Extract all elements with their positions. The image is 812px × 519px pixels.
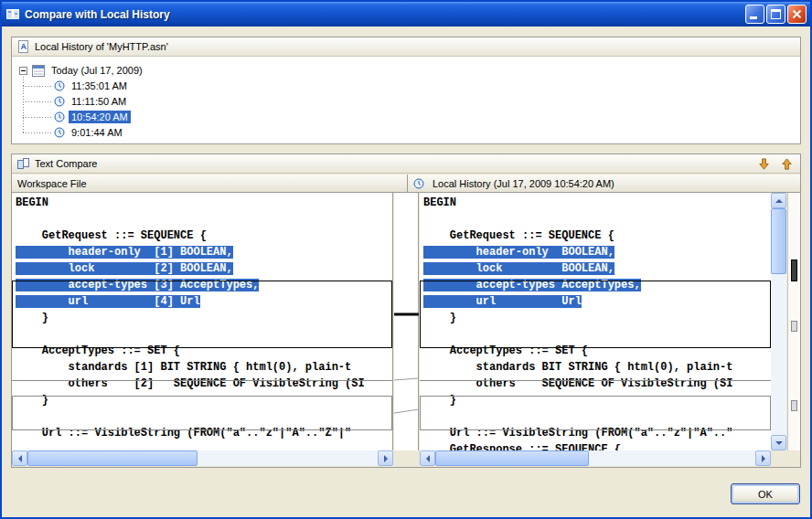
scroll-down-button[interactable] (771, 435, 786, 450)
left-code-area: BEGIN GetRequest ::= SEQUENCE { header-o… (12, 195, 392, 441)
tree-guide-stub (23, 132, 52, 133)
arrow-up-icon (775, 196, 783, 203)
local-history-header-label: Local History of 'MyHTTP.asn' (35, 41, 168, 52)
code-line: others [2] SEQUENCE OF VisibleString (SI (12, 376, 392, 392)
text-compare-header-label: Text Compare (35, 158, 97, 169)
code-line (12, 408, 392, 425)
tree-item-label: 9:01:44 AM (69, 126, 125, 139)
code-line: header-only BOOLEAN, (420, 244, 771, 260)
arrow-down-icon (775, 441, 783, 449)
scroll-right-button[interactable] (755, 450, 771, 466)
next-difference-arrow-icon (757, 157, 771, 171)
left-horizontal-scrollbar-thumb[interactable] (27, 450, 198, 466)
code-line: GetRequest ::= SEQUENCE { (420, 228, 771, 244)
left-pane-header: Workspace File (12, 175, 408, 193)
previous-difference-arrow-icon (780, 157, 794, 171)
dialog-body: A Local History of 'MyHTTP.asn' (2, 26, 810, 517)
tree-guide-line (23, 74, 24, 132)
left-horizontal-scrollbar[interactable] (12, 450, 393, 466)
ok-button[interactable]: OK (731, 483, 800, 504)
code-line: others SEQUENCE OF VisibleString (SI (420, 376, 771, 392)
arrow-right-icon (384, 455, 391, 462)
code-line: BEGIN (12, 195, 392, 211)
maximize-icon (771, 9, 781, 19)
local-history-pane[interactable]: BEGIN GetRequest ::= SEQUENCE { header-o… (420, 193, 771, 450)
overview-marker[interactable] (791, 400, 797, 411)
code-line: } (12, 392, 392, 408)
close-icon (792, 9, 802, 19)
secondary-diff-connector (394, 409, 419, 413)
clock-icon (54, 111, 65, 122)
scroll-right-button[interactable] (378, 450, 393, 466)
tree-item-label: 11:35:01 AM (69, 79, 130, 92)
tree-item-label: 10:54:20 AM (69, 111, 131, 123)
code-line: Url ::= VisibleString (FROM("a".."z"|"A"… (420, 425, 771, 441)
overview-marker-selected[interactable] (791, 260, 797, 281)
code-line: standards [1] BIT STRING { html(0), plai… (12, 359, 392, 376)
code-line: Url ::= VisibleString (FROM("a".."z"|"A"… (12, 425, 392, 441)
arrow-left-icon (422, 455, 430, 462)
tree-item-revision-selected[interactable]: 10:54:20 AM (54, 110, 131, 124)
window-title: Compare with Local History (25, 8, 745, 21)
code-line: } (420, 392, 771, 408)
code-line (420, 326, 771, 343)
code-line: lock [2] BOOLEAN, (12, 260, 392, 277)
history-tree[interactable]: Today (Jul 17, 2009) 11:35:01 AM 11:11:5… (12, 58, 800, 143)
compare-dialog-window: Compare with Local History A (0, 0, 812, 519)
vertical-scrollbar[interactable] (771, 193, 786, 450)
clock-icon (413, 178, 424, 189)
code-line: } (420, 310, 771, 326)
previous-difference-button[interactable] (777, 155, 796, 172)
svg-text:A: A (21, 42, 27, 51)
code-line: lock BOOLEAN, (420, 260, 771, 277)
code-line: AcceptTypes ::= SET { (12, 343, 392, 359)
scroll-left-button[interactable] (12, 450, 27, 466)
diff-connector-channel (394, 193, 419, 450)
tree-guide-stub (23, 117, 52, 118)
close-button[interactable] (787, 5, 807, 24)
tree-guide-stub (23, 101, 52, 102)
local-history-panel-header: A Local History of 'MyHTTP.asn' (12, 37, 800, 57)
text-compare-panel-header: Text Compare (12, 154, 800, 174)
tree-item-today[interactable]: Today (Jul 17, 2009) (19, 63, 145, 78)
code-line (420, 211, 771, 228)
code-line: header-only [1] BOOLEAN, (12, 244, 392, 260)
local-history-file-icon: A (16, 40, 30, 53)
vertical-scrollbar-thumb[interactable] (771, 208, 786, 274)
clock-icon (54, 127, 65, 138)
right-pane-header: Local History (Jul 17, 2009 10:54:20 AM) (408, 175, 800, 193)
calendar-icon (32, 65, 45, 77)
code-line (12, 326, 392, 343)
code-line: accept-types [3] AcceptTypes, (12, 277, 392, 293)
minimize-button[interactable] (745, 5, 764, 24)
tree-collapse-icon[interactable] (19, 67, 27, 75)
local-history-panel: A Local History of 'MyHTTP.asn' (11, 37, 801, 144)
code-line: GetRequest ::= SEQUENCE { (12, 228, 392, 244)
arrow-right-icon (762, 455, 769, 462)
code-line: url [4] Url (12, 293, 392, 310)
next-difference-button[interactable] (754, 155, 773, 172)
right-horizontal-scrollbar-thumb[interactable] (435, 450, 589, 466)
clock-icon (54, 80, 65, 91)
code-line (12, 211, 392, 228)
tree-item-revision[interactable]: 11:11:50 AM (54, 94, 129, 109)
code-line: BEGIN (420, 195, 771, 211)
tree-item-revision[interactable]: 11:35:01 AM (54, 79, 130, 93)
title-bar[interactable]: Compare with Local History (2, 2, 810, 26)
marker-connector (394, 378, 419, 380)
tree-item-revision[interactable]: 9:01:44 AM (54, 125, 125, 140)
overview-ruler[interactable] (787, 193, 800, 450)
code-line: GetResponse ::= SEQUENCE { (420, 441, 771, 450)
right-horizontal-scrollbar[interactable] (420, 450, 771, 466)
tree-item-label: 11:11:50 AM (69, 95, 129, 108)
overview-marker[interactable] (791, 321, 797, 332)
scroll-up-button[interactable] (771, 193, 786, 208)
code-line: } (12, 310, 392, 326)
right-pane-title: Local History (Jul 17, 2009 10:54:20 AM) (433, 178, 614, 189)
text-compare-panel: Text Compare Workspace File (11, 154, 801, 468)
compare-window-icon (5, 7, 20, 22)
right-code-area: BEGIN GetRequest ::= SEQUENCE { header-o… (420, 195, 771, 450)
maximize-button[interactable] (766, 5, 785, 24)
workspace-file-pane[interactable]: BEGIN GetRequest ::= SEQUENCE { header-o… (12, 193, 393, 450)
scroll-left-button[interactable] (420, 450, 435, 466)
